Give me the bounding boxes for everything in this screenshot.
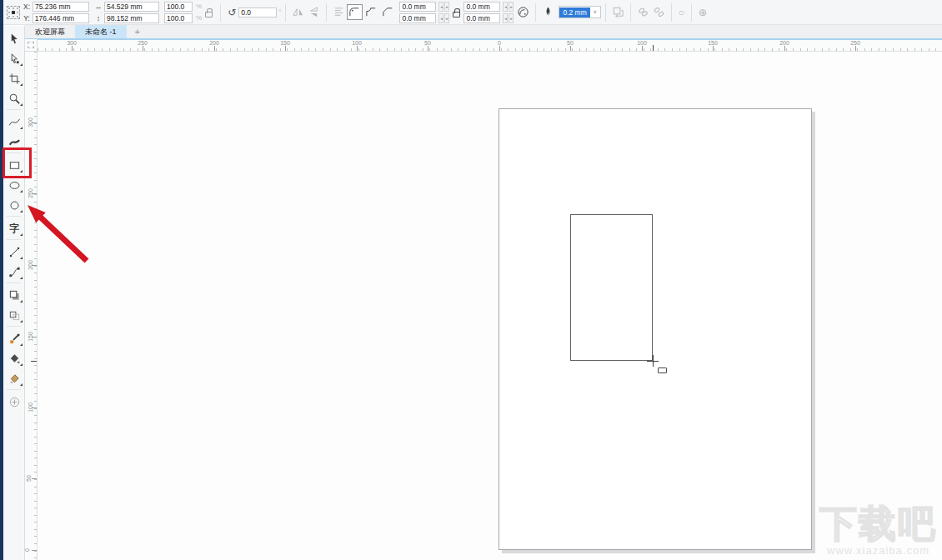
corner-radius-tr-field[interactable]: 0.0 mm — [463, 2, 500, 12]
pick-tool[interactable] — [3, 28, 25, 48]
rectangle-tool[interactable] — [3, 155, 25, 175]
smart-fill-tool-icon — [8, 372, 21, 385]
stepper[interactable]: ◂▸ — [503, 13, 514, 23]
v-ruler-label: 250 — [28, 188, 33, 198]
vertical-ruler[interactable]: 300250200150100500 — [25, 52, 38, 560]
outline-width-combobox[interactable]: 0.2 mm ˅ — [559, 6, 600, 18]
h-ruler-label: 50 — [424, 40, 431, 46]
outline-pen-icon — [542, 6, 554, 18]
drawn-rectangle[interactable] — [570, 214, 653, 361]
h-ruler-label: 100 — [352, 40, 362, 46]
parallel-dimension-tool[interactable] — [3, 242, 25, 262]
text-wrap-button[interactable] — [612, 6, 624, 18]
h-ruler-label: 250 — [850, 40, 860, 46]
zoom-tool[interactable] — [3, 88, 25, 108]
object-origin-picker[interactable] — [7, 6, 20, 19]
round-corner-button[interactable] — [347, 4, 363, 20]
mirror-horizontal-button[interactable] — [292, 6, 304, 18]
scale-h-field[interactable]: 100.0 — [164, 2, 193, 12]
rotate-icon: ↺ — [225, 4, 238, 21]
wireframe-icon[interactable] — [333, 6, 345, 18]
object-position-group: X: 75.236 mm Y: 176.446 mm — [23, 2, 89, 23]
crop-tool[interactable] — [3, 68, 25, 88]
outline-width-value: 0.2 mm — [559, 8, 589, 18]
rectangle-tool-cursor-glyph — [658, 368, 667, 373]
text-tool[interactable]: 字 — [3, 218, 25, 238]
color-eyedropper-tool[interactable] — [3, 328, 25, 348]
h-ruler-label: 50 — [567, 40, 574, 46]
corner-radius-bl-field[interactable]: 0.0 mm — [399, 13, 436, 23]
new-document-tab-button[interactable]: + — [127, 25, 148, 38]
link-icon[interactable] — [637, 6, 649, 18]
pick-tool-icon — [8, 32, 21, 45]
tab-welcome-screen[interactable]: 欢迎屏幕 — [25, 25, 75, 38]
scale-v-field[interactable]: 100.0 — [164, 13, 193, 23]
relative-corner-scaling-button[interactable] — [517, 6, 529, 18]
unlink-icon[interactable] — [653, 6, 665, 18]
text-tool-icon: 字 — [9, 223, 19, 233]
document-tab-bar: 欢迎屏幕 未命名 -1 + — [25, 25, 942, 38]
chamfered-corner-button[interactable] — [380, 4, 396, 20]
percent-label: % — [196, 14, 202, 22]
polygon-tool[interactable] — [3, 195, 25, 215]
zoom-tool-icon — [8, 92, 21, 105]
corner-radius-br-field[interactable]: 0.0 mm — [463, 13, 500, 23]
object-height-field[interactable]: 98.152 mm — [104, 13, 159, 23]
ellipse-tool[interactable] — [3, 175, 25, 195]
artistic-media-tool-icon — [8, 136, 21, 148]
height-icon: ↕ — [94, 14, 103, 22]
stepper[interactable]: ◂▸ — [438, 13, 449, 23]
shape-tool-icon — [8, 52, 21, 65]
v-ruler-label: 300 — [28, 118, 33, 128]
v-ruler-label: 200 — [28, 260, 33, 270]
freehand-tool[interactable] — [3, 112, 25, 132]
mirror-vertical-button[interactable] — [308, 6, 320, 18]
tab-accent-line — [25, 38, 942, 40]
connector-tool[interactable] — [3, 262, 25, 282]
h-ruler-label: 300 — [67, 40, 77, 46]
window-left-edge — [0, 0, 3, 560]
drawing-workspace[interactable]: 下载吧 www.xiazaiba.com — [38, 52, 942, 560]
add-tool-button[interactable] — [3, 392, 25, 412]
rotation-angle-field[interactable]: 0.0 — [238, 8, 277, 18]
h-ruler-label: 200 — [209, 40, 219, 46]
object-width-field[interactable]: 54.529 mm — [104, 2, 159, 12]
ruler-origin-icon — [28, 42, 34, 48]
stepper[interactable]: ◂▸ — [503, 2, 514, 12]
horizontal-ruler[interactable]: 30025020015010050050100150200250 — [38, 39, 942, 52]
smart-fill-tool[interactable] — [3, 368, 25, 388]
chevron-down-icon[interactable]: ˅ — [590, 9, 600, 15]
add-tool-button-icon — [8, 396, 21, 408]
percent-label: % — [196, 2, 202, 10]
y-position-field[interactable]: 176.446 mm — [33, 13, 89, 23]
h-ruler-label: 0 — [498, 40, 501, 46]
drop-shadow-tool-icon — [8, 289, 21, 302]
tab-untitled-1[interactable]: 未命名 -1 — [75, 25, 127, 38]
document-page[interactable] — [499, 108, 812, 550]
x-label: X: — [23, 2, 30, 11]
object-size-group: ↔ 54.529 mm ↕ 98.152 mm — [94, 2, 159, 23]
shape-tool[interactable] — [3, 48, 25, 68]
corner-radius-tl-field[interactable]: 0.0 mm — [399, 2, 436, 12]
watermark: 下载吧 www.xiazaiba.com — [819, 505, 937, 557]
edit-corners-together-icon[interactable] — [453, 12, 460, 18]
v-ruler-label: 50 — [26, 475, 32, 482]
toolbox: 字 — [3, 26, 25, 560]
ruler-origin-button[interactable] — [25, 39, 38, 52]
v-ruler-label: 0 — [25, 548, 30, 552]
drop-shadow-tool[interactable] — [3, 285, 25, 305]
ellipse-tool-icon — [8, 179, 21, 192]
h-ruler-label: 150 — [708, 40, 718, 46]
v-ruler-label: 100 — [28, 402, 33, 412]
transparency-tool-icon — [8, 309, 21, 322]
h-ruler-label: 250 — [138, 40, 148, 46]
x-position-field[interactable]: 75.236 mm — [33, 2, 89, 12]
transparency-tool[interactable] — [3, 305, 25, 325]
lock-ratio-icon[interactable] — [205, 12, 213, 18]
interactive-fill-tool[interactable] — [3, 348, 25, 368]
target-crosshair-button[interactable]: ⊕ — [696, 4, 709, 21]
scalloped-corner-button[interactable] — [363, 4, 379, 20]
circle-button[interactable]: ○ — [676, 4, 687, 21]
stepper[interactable]: ◂▸ — [438, 2, 449, 12]
artistic-media-tool[interactable] — [3, 132, 25, 152]
